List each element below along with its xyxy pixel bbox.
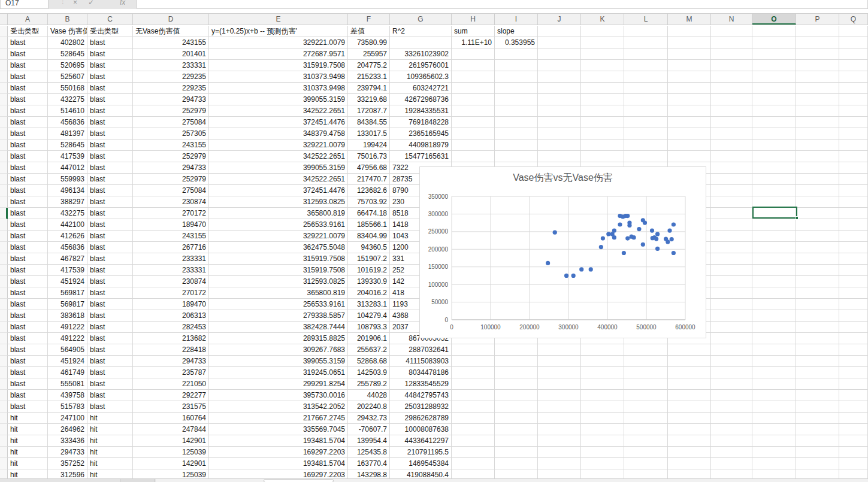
cell[interactable] <box>495 105 538 117</box>
cell[interactable] <box>796 151 839 162</box>
cell[interactable] <box>495 356 538 367</box>
cell[interactable] <box>711 356 752 367</box>
cell[interactable] <box>581 94 624 105</box>
column-header-L[interactable]: L <box>624 14 668 25</box>
cell[interactable] <box>581 83 624 94</box>
cell[interactable] <box>796 287 839 299</box>
cell[interactable] <box>538 458 581 469</box>
cell[interactable] <box>752 71 796 83</box>
cell[interactable] <box>581 344 624 356</box>
cell[interactable] <box>624 367 668 378</box>
cell[interactable] <box>752 413 796 424</box>
scatter-point[interactable] <box>601 237 605 241</box>
row-header[interactable] <box>0 196 8 208</box>
cell[interactable] <box>668 117 711 128</box>
cell[interactable]: blast <box>87 378 133 390</box>
cell[interactable]: 348379.4758 <box>209 128 348 140</box>
cell[interactable] <box>624 48 668 60</box>
cell[interactable] <box>839 105 868 117</box>
cell[interactable]: blast <box>87 60 133 71</box>
cell[interactable]: 1.11E+10 <box>452 37 495 48</box>
cell[interactable] <box>624 344 668 356</box>
cell[interactable]: blast <box>8 60 48 71</box>
cell[interactable]: 189470 <box>133 299 209 310</box>
cell[interactable]: y=(1+0.25)x+b -- 预测伤害' <box>209 26 348 37</box>
cell[interactable]: 84384.55 <box>348 117 390 128</box>
cell[interactable] <box>796 48 839 60</box>
cell[interactable]: hit <box>87 413 133 424</box>
row-header[interactable] <box>0 140 8 151</box>
cell[interactable] <box>711 83 752 94</box>
row-header[interactable] <box>0 219 8 231</box>
cell[interactable]: blast <box>87 48 133 60</box>
cell[interactable]: 313542.2052 <box>209 401 348 413</box>
cell[interactable]: 372451.4476 <box>209 185 348 196</box>
cell[interactable] <box>796 26 839 37</box>
cell[interactable]: 515783 <box>48 401 87 413</box>
cell[interactable]: 201401 <box>133 48 209 60</box>
cell[interactable]: 272687.9571 <box>209 48 348 60</box>
cell[interactable]: 217667.2745 <box>209 413 348 424</box>
cell[interactable]: 329221.0079 <box>209 140 348 151</box>
cell[interactable] <box>624 60 668 71</box>
cell[interactable] <box>452 140 495 151</box>
cell[interactable] <box>711 424 752 435</box>
cell[interactable]: 33261023902 <box>390 48 452 60</box>
scrollbar-track[interactable] <box>156 479 868 482</box>
cell[interactable] <box>752 242 796 253</box>
cell[interactable] <box>752 333 796 344</box>
row-header[interactable] <box>0 367 8 378</box>
cell[interactable]: 569817 <box>48 299 87 310</box>
cell[interactable]: 315919.7508 <box>209 253 348 265</box>
cell[interactable]: 528645 <box>48 48 87 60</box>
row-header[interactable] <box>0 48 8 60</box>
cell[interactable] <box>581 140 624 151</box>
scrollbar-thumb[interactable] <box>264 479 334 482</box>
cell[interactable] <box>839 333 868 344</box>
cell[interactable] <box>624 390 668 401</box>
cell[interactable]: 243155 <box>133 140 209 151</box>
cell[interactable] <box>839 367 868 378</box>
cell[interactable]: 8034478186 <box>390 367 452 378</box>
cell[interactable] <box>752 253 796 265</box>
cell[interactable] <box>668 26 711 37</box>
cell[interactable]: 12833545529 <box>390 378 452 390</box>
cell[interactable]: 294733 <box>133 94 209 105</box>
cell[interactable]: 256533.9161 <box>209 299 348 310</box>
cell[interactable] <box>538 94 581 105</box>
cell[interactable]: 312593.0825 <box>209 276 348 287</box>
cell[interactable] <box>839 196 868 208</box>
cell[interactable] <box>495 424 538 435</box>
cell[interactable] <box>839 447 868 458</box>
cell[interactable]: 257305 <box>133 128 209 140</box>
column-header-P[interactable]: P <box>796 14 839 25</box>
cell[interactable] <box>839 458 868 469</box>
cell[interactable] <box>581 71 624 83</box>
cell[interactable]: blast <box>87 344 133 356</box>
row-header[interactable] <box>0 37 8 48</box>
cell[interactable]: blast <box>8 37 48 48</box>
cell[interactable]: 204775.2 <box>348 60 390 71</box>
cell[interactable]: blast <box>87 390 133 401</box>
cell[interactable]: Vase 伤害值 <box>48 26 87 37</box>
scatter-point[interactable] <box>654 237 658 241</box>
cell[interactable] <box>538 356 581 367</box>
fx-icon[interactable]: fx <box>120 0 125 9</box>
cell[interactable]: 2365165945 <box>390 128 452 140</box>
cell[interactable] <box>796 333 839 344</box>
cell[interactable] <box>495 344 538 356</box>
row-header[interactable] <box>0 310 8 322</box>
cell[interactable] <box>538 26 581 37</box>
cell[interactable]: 310373.9498 <box>209 83 348 94</box>
cell[interactable]: blast <box>87 242 133 253</box>
cell[interactable] <box>538 413 581 424</box>
cell[interactable]: blast <box>8 253 48 265</box>
cell[interactable] <box>452 401 495 413</box>
cell[interactable] <box>711 413 752 424</box>
cell[interactable]: blast <box>8 322 48 333</box>
column-header-J[interactable]: J <box>538 14 581 25</box>
cell[interactable] <box>796 140 839 151</box>
cell[interactable] <box>752 287 796 299</box>
cell[interactable] <box>581 458 624 469</box>
fill-handle[interactable] <box>795 216 799 220</box>
